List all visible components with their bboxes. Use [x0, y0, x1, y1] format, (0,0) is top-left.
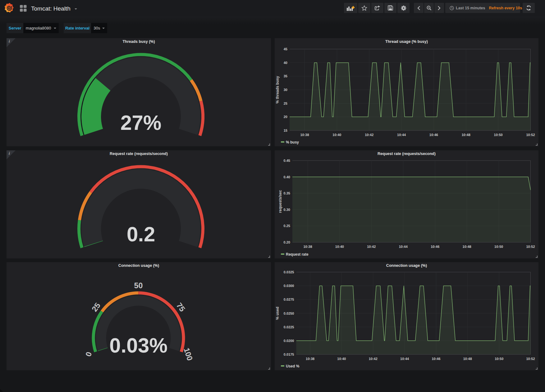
svg-text:0.0300: 0.0300 — [284, 284, 294, 288]
svg-text:20: 20 — [284, 115, 287, 119]
svg-text:10:38: 10:38 — [300, 133, 309, 137]
svg-text:requests/sec: requests/sec — [278, 190, 282, 213]
svg-text:0.0200: 0.0200 — [284, 339, 294, 343]
svg-text:0.0275: 0.0275 — [284, 298, 294, 301]
svg-text:10:46: 10:46 — [431, 245, 439, 248]
svg-text:10:42: 10:42 — [365, 133, 373, 137]
svg-text:0.35: 0.35 — [284, 191, 290, 195]
svg-text:10:40: 10:40 — [335, 245, 344, 248]
svg-text:10:42: 10:42 — [367, 245, 376, 248]
svg-text:10:38: 10:38 — [306, 357, 314, 361]
svg-text:0.45: 0.45 — [284, 159, 290, 162]
svg-text:10:48: 10:48 — [463, 245, 471, 248]
svg-text:45: 45 — [284, 47, 287, 51]
svg-text:10:50: 10:50 — [494, 133, 503, 137]
svg-text:0: 0 — [84, 351, 93, 358]
svg-text:10:38: 10:38 — [303, 245, 312, 248]
svg-text:10:52: 10:52 — [526, 357, 535, 361]
svg-text:100: 100 — [182, 347, 195, 362]
svg-text:0.0225: 0.0225 — [284, 325, 294, 329]
svg-text:40: 40 — [284, 61, 287, 65]
svg-text:50: 50 — [134, 281, 143, 290]
svg-text:10:52: 10:52 — [526, 133, 535, 137]
svg-text:15: 15 — [284, 129, 287, 132]
svg-text:0.40: 0.40 — [284, 175, 290, 179]
svg-text:35: 35 — [284, 74, 287, 78]
svg-text:0.20: 0.20 — [284, 240, 290, 244]
svg-text:10:48: 10:48 — [462, 133, 470, 137]
svg-text:0.0250: 0.0250 — [284, 312, 294, 315]
svg-text:Request rate: Request rate — [286, 252, 309, 257]
svg-text:0.30: 0.30 — [284, 208, 290, 212]
svg-text:10:44: 10:44 — [397, 133, 406, 137]
svg-text:0.03%: 0.03% — [109, 334, 167, 357]
svg-text:10:48: 10:48 — [463, 357, 472, 361]
svg-text:% busy: % busy — [286, 140, 299, 144]
svg-text:Used %: Used % — [286, 364, 300, 368]
svg-text:10:46: 10:46 — [429, 133, 438, 137]
svg-text:30: 30 — [284, 88, 287, 92]
svg-text:25: 25 — [284, 102, 287, 105]
svg-text:10:40: 10:40 — [337, 357, 346, 361]
svg-text:% used: % used — [275, 307, 280, 320]
svg-text:10:40: 10:40 — [332, 133, 341, 137]
svg-text:10:50: 10:50 — [495, 357, 503, 361]
svg-text:10:52: 10:52 — [526, 245, 535, 248]
svg-text:10:42: 10:42 — [369, 357, 378, 361]
svg-text:0.0175: 0.0175 — [284, 353, 294, 356]
svg-text:% threads busy: % threads busy — [275, 76, 280, 103]
svg-text:10:46: 10:46 — [432, 357, 440, 361]
svg-text:10:50: 10:50 — [494, 245, 503, 248]
svg-text:0.0325: 0.0325 — [284, 270, 294, 274]
svg-text:27%: 27% — [120, 111, 161, 134]
svg-text:0.25: 0.25 — [284, 224, 290, 228]
svg-text:10:44: 10:44 — [400, 357, 409, 361]
svg-text:0.2: 0.2 — [127, 223, 155, 246]
svg-text:10:44: 10:44 — [399, 245, 408, 248]
